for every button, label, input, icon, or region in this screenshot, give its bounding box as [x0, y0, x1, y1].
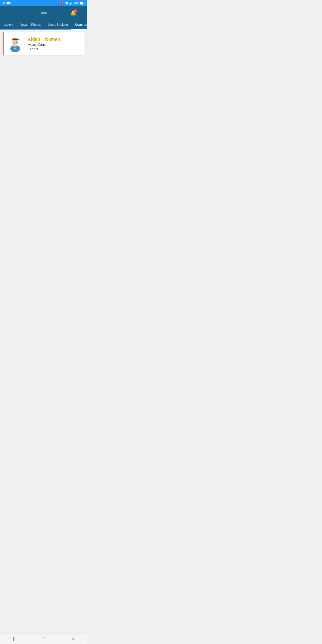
app-logo: [17, 10, 70, 16]
app-bar-actions: 🔔 0 ⋮: [70, 10, 84, 16]
svg-rect-2: [71, 2, 71, 4]
svg-point-18: [14, 42, 14, 43]
more-options-button[interactable]: ⋮: [79, 10, 84, 16]
coach-info: Aidan Hickman Head Coach Tennis: [28, 37, 82, 51]
svg-rect-3: [71, 2, 72, 4]
app-bar: 🔔 0 ⋮: [0, 6, 87, 20]
svg-rect-5: [80, 2, 83, 4]
signal-icon: [69, 2, 73, 4]
nav-tabs: ession News n Photos Court Booking Coach…: [0, 20, 87, 30]
svg-point-16: [14, 48, 16, 49]
svg-point-10: [45, 12, 46, 14]
tab-news[interactable]: News n Photos: [16, 20, 44, 30]
logo-svg: [39, 10, 48, 16]
mute-icon: 🔇: [60, 2, 64, 5]
coach-name: Aidan Hickman: [28, 37, 82, 42]
status-time: 15:02: [3, 1, 11, 5]
tab-court-booking[interactable]: Court Booking: [44, 20, 72, 30]
tab-session[interactable]: ession: [0, 20, 16, 30]
tab-coaches[interactable]: Coaches: [71, 20, 87, 30]
svg-point-19: [16, 42, 17, 43]
notification-button[interactable]: 🔔 0: [70, 10, 76, 16]
coach-role: Head Coach: [28, 43, 82, 47]
coach-card[interactable]: Aidan Hickman Head Coach Tennis: [3, 32, 84, 56]
coach-avatar: [6, 35, 24, 53]
status-icons: 🔇 70%: [60, 2, 84, 5]
coach-sport: Tennis: [28, 47, 82, 51]
battery-icon: [80, 2, 84, 4]
main-content: Aidan Hickman Head Coach Tennis: [0, 30, 87, 146]
wifi-icon: [65, 2, 68, 4]
svg-point-15: [14, 45, 17, 46]
svg-rect-0: [69, 4, 70, 5]
battery-text: 70%: [74, 2, 79, 5]
svg-point-9: [42, 12, 42, 14]
svg-rect-6: [84, 3, 84, 4]
svg-rect-14: [13, 38, 18, 40]
status-bar: 15:02 🔇 70%: [0, 0, 87, 6]
notification-badge: 0: [74, 9, 77, 13]
svg-rect-1: [70, 3, 70, 4]
